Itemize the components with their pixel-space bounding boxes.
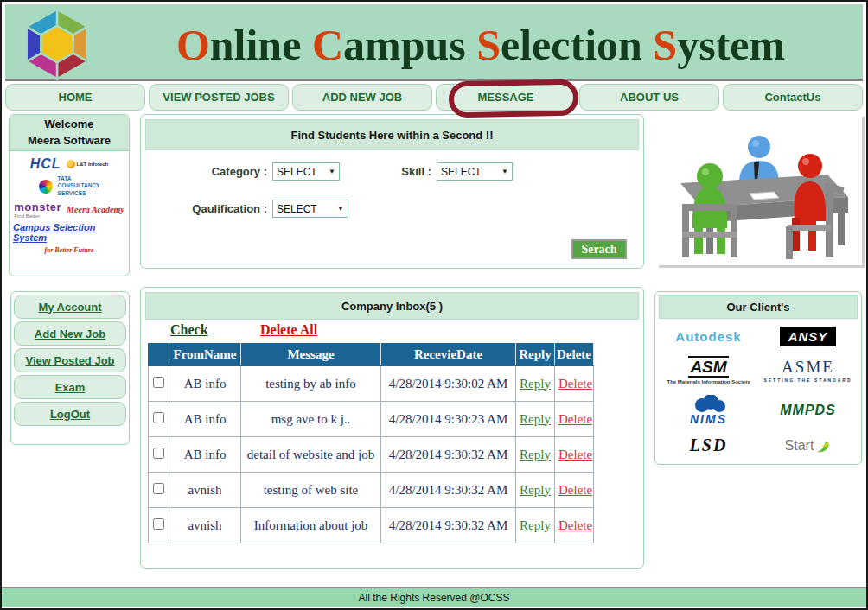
cell-fromname: avnish — [169, 473, 241, 508]
delete-link[interactable]: Delete — [558, 483, 592, 497]
client-logo-asme-sub: SETTING THE STANDARD — [763, 378, 852, 383]
title-text: ystem — [677, 20, 785, 70]
category-select[interactable]: SELECT ▼ — [272, 162, 340, 181]
reply-link[interactable]: Reply — [520, 377, 551, 391]
page-title: Online Campus Selection System — [100, 11, 861, 79]
delete-link[interactable]: Delete — [558, 448, 592, 461]
client-logo-autodesk: Autodesk — [675, 329, 741, 344]
main-nav: HOME VIEW POSTED JOBS ADD NEW JOB MESSAG… — [5, 84, 863, 111]
menu-view-posted-job[interactable]: View Posted Job — [14, 348, 126, 372]
delete-link[interactable]: Delete — [558, 518, 592, 532]
reply-link[interactable]: Reply — [520, 412, 551, 426]
start-leaf-icon — [815, 438, 831, 454]
client-logo-nims: NIMS — [690, 412, 727, 426]
cell-message: testing by ab info — [241, 366, 381, 402]
row-checkbox[interactable] — [153, 377, 164, 388]
client-logo-start: Start — [785, 438, 832, 454]
title-letter: C — [312, 20, 343, 70]
cell-fromname: avnish — [169, 508, 241, 543]
monster-logo: monster Find Better. — [14, 200, 61, 219]
cell-message: msg ave to k j.. — [241, 402, 381, 437]
col-delete: Delete — [555, 344, 594, 366]
client-logo-lsd: LSD — [690, 435, 728, 455]
welcome-line2: Meera Software — [28, 133, 111, 149]
table-row: AB info testing by ab info 4/28/2014 9:3… — [149, 366, 594, 402]
skill-select-value: SELECT — [441, 166, 482, 178]
tata-line: CONSULTANCY — [58, 182, 100, 189]
start-label: Start — [785, 438, 814, 454]
our-clients-panel: Our Client's Autodesk ANSY ASM The Mater… — [654, 291, 862, 465]
cell-message: Information about job — [241, 508, 381, 543]
delete-all-link[interactable]: Delete All — [260, 322, 317, 338]
category-label: Category : — [158, 165, 267, 178]
nav-view-posted-jobs[interactable]: VIEW POSTED JOBS — [149, 84, 289, 111]
check-link[interactable]: Check — [170, 322, 208, 338]
menu-exam[interactable]: Exam — [14, 375, 126, 399]
nav-add-new-job[interactable]: ADD NEW JOB — [292, 84, 432, 111]
nav-message[interactable]: MESSAGE — [436, 84, 576, 111]
dropdown-arrow-icon: ▼ — [501, 168, 508, 175]
inbox-table: FromName Message RecevieDate Reply Delet… — [148, 343, 594, 543]
client-logo-ansys: ANSY — [780, 327, 837, 346]
hexagon-logo-icon — [16, 8, 99, 84]
delete-link[interactable]: Delete — [558, 412, 592, 426]
lnt-infotech-logo: L&T Infotech — [67, 160, 109, 168]
table-row: AB info msg ave to k j.. 4/28/2014 9:30:… — [149, 402, 594, 437]
welcome-heading: Welcome Meera Software — [10, 115, 129, 151]
skill-select[interactable]: SELECT ▼ — [437, 162, 513, 181]
reply-link[interactable]: Reply — [520, 518, 551, 532]
menu-logout[interactable]: LogOut — [14, 402, 126, 426]
table-row: avnish Information about job 4/28/2014 9… — [149, 508, 594, 543]
welcome-panel: Welcome Meera Software HCL L&T Infotech … — [9, 114, 130, 276]
category-select-value: SELECT — [277, 166, 317, 178]
client-logo-asm: ASM — [688, 356, 728, 378]
client-logo-mmpds: MMPDS — [780, 403, 836, 418]
qualification-label: Qaulification : — [158, 202, 267, 215]
client-logo-asm-sub: The Materials Information Society — [667, 379, 750, 384]
monster-label: monster — [14, 200, 61, 213]
qualification-select[interactable]: SELECT ▼ — [272, 200, 348, 218]
cell-date: 4/28/2014 9:30:23 AM — [381, 402, 516, 437]
inbox-header-row: FromName Message RecevieDate Reply Delet… — [149, 344, 594, 366]
nav-about-us[interactable]: ABOUT US — [579, 84, 719, 111]
partner-logos: HCL L&T Infotech TATA CONSULTANCY SERVIC… — [10, 151, 129, 259]
cell-date: 4/28/2014 9:30:32 AM — [381, 508, 516, 543]
better-future-tagline: for Better Future — [45, 246, 94, 254]
app-window: Online Campus Selection System HOME VIEW… — [0, 0, 868, 610]
nav-contact-us[interactable]: ContactUs — [723, 84, 863, 111]
find-students-title: Find Students Here within a Second !! — [145, 119, 639, 150]
title-letter: O — [176, 20, 210, 70]
delete-link[interactable]: Delete — [558, 377, 592, 391]
lnt-icon — [67, 160, 75, 168]
nav-home[interactable]: HOME — [5, 84, 145, 111]
menu-add-new-job[interactable]: Add New Job — [14, 321, 126, 346]
col-receviedate: RecevieDate — [381, 344, 516, 366]
skill-label: Skill : — [392, 165, 431, 178]
meera-academy-logo: Meera Academy — [67, 205, 124, 214]
tata-line: TATA — [58, 175, 100, 182]
welcome-line1: Welcome — [45, 117, 94, 133]
row-checkbox[interactable] — [153, 518, 164, 530]
table-row: AB info detail of website and job 4/28/2… — [149, 437, 594, 473]
company-inbox-panel: Company Inbox(5 ) Check Delete All FromN… — [140, 287, 644, 569]
search-button[interactable]: Serach — [571, 239, 627, 259]
title-text: election — [501, 20, 653, 70]
cell-message: detail of website and job — [241, 437, 381, 473]
account-menu: My Account Add New Job View Posted Job E… — [10, 291, 130, 445]
wipro-logo-icon — [39, 180, 53, 194]
row-checkbox[interactable] — [153, 448, 164, 459]
row-checkbox[interactable] — [153, 412, 164, 423]
hcl-logo: HCL — [30, 156, 61, 172]
reply-link[interactable]: Reply — [520, 448, 551, 461]
title-text: nline — [210, 20, 312, 70]
client-logo-asme: ASME — [782, 358, 834, 377]
menu-my-account[interactable]: My Account — [14, 295, 126, 319]
cell-date: 4/28/2014 9:30:32 AM — [381, 437, 516, 473]
tata-logo: TATA CONSULTANCY SERVICES — [58, 175, 100, 197]
inbox-title: Company Inbox(5 ) — [145, 292, 639, 320]
dropdown-arrow-icon: ▼ — [337, 205, 344, 213]
col-message: Message — [241, 344, 381, 366]
campus-selection-system-link: Campus Selection System — [13, 222, 125, 243]
reply-link[interactable]: Reply — [520, 483, 551, 497]
row-checkbox[interactable] — [153, 483, 164, 494]
